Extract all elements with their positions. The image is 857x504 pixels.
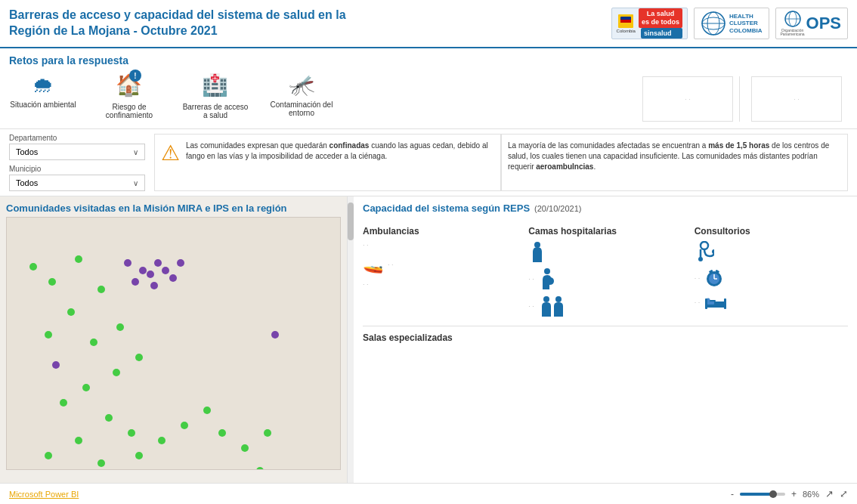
map-dot-green xyxy=(75,255,82,263)
capacity-col-ambulancias: Ambulancias · · 🚤 · · · · xyxy=(363,226,516,317)
consultorios-title: Consultorios xyxy=(695,226,848,237)
boat-icon: 🚤 xyxy=(363,255,383,274)
map-title: Comunidades visitadas en la Misión MIRA … xyxy=(6,203,341,214)
rain-cloud-icon: 🌧 xyxy=(32,73,54,97)
warning-icon: ⚠ xyxy=(161,141,180,165)
header: Barreras de acceso y capacidad del siste… xyxy=(0,0,857,48)
map-dot-purple xyxy=(271,331,279,339)
alert-text-1: Las comunidades expresan que quedarán co… xyxy=(186,141,494,162)
svg-point-8 xyxy=(544,268,550,274)
map-dot-green xyxy=(97,459,105,467)
map-dot-green xyxy=(82,384,90,391)
map-dot-green xyxy=(67,308,75,316)
cluster-text: HEALTHCLUSTERCOLOMBIA xyxy=(729,13,763,35)
map-dot-purple xyxy=(52,361,60,369)
cap-row-stethoscope xyxy=(695,241,848,262)
map-dot-green xyxy=(135,354,143,361)
svg-point-14 xyxy=(698,257,703,261)
aero-loading: · · xyxy=(363,280,369,288)
footer-controls: - + 86% ↗ ⤢ xyxy=(731,488,848,499)
pregnant-loading: · · xyxy=(528,275,534,283)
alarm-loading: · · xyxy=(695,274,701,282)
map-dot-purple xyxy=(154,259,162,267)
lancha-loading: · · xyxy=(388,261,394,268)
logo-sinsalud-text: sinsalud xyxy=(641,28,682,39)
zoom-fill xyxy=(740,493,772,496)
ambulancia-loading: · · xyxy=(363,241,369,249)
reto-ambiental: 🌧 Situación ambiental xyxy=(9,73,77,109)
map-dot-green xyxy=(45,331,52,339)
capacity-col-consultorios: Consultorios · · xyxy=(695,226,848,317)
svg-rect-26 xyxy=(724,298,726,309)
capacity-header: Capacidad del sistema según REPS (20/10/… xyxy=(363,203,848,220)
alarm-icon xyxy=(704,268,724,288)
title-line2: Región de La Mojana - Octubre 2021 xyxy=(9,24,218,37)
share-icon[interactable]: ↗ xyxy=(825,488,834,499)
map-dot-green xyxy=(60,399,67,407)
expand-icon[interactable]: ⤢ xyxy=(840,488,848,499)
logo-health-cluster: HEALTHCLUSTERCOLOMBIA xyxy=(694,8,769,39)
capacity-col-camas: Camas hospitalarias · · xyxy=(528,226,682,317)
departamento-select[interactable]: Todos ∨ xyxy=(9,144,145,160)
bed-loading: · · xyxy=(695,298,701,306)
cap-row-people: · · xyxy=(528,295,682,317)
mosquito-icon: 🦟 xyxy=(289,73,315,97)
powerbi-link[interactable]: Microsoft Power BI xyxy=(9,490,79,499)
reto-acceso: 🏥 Barreras de acceso a salud xyxy=(181,73,249,119)
map-dot-green xyxy=(241,444,249,452)
map-dot-green xyxy=(113,369,120,376)
retos-title: Retos para la respuesta xyxy=(9,54,848,66)
map-dot-green xyxy=(218,429,226,437)
zoom-plus[interactable]: + xyxy=(791,489,797,499)
salas-section: Salas especializadas xyxy=(363,326,848,343)
reto-contaminacion: 🦟 Contaminación del entorno xyxy=(268,73,336,117)
capacity-date: (20/10/2021) xyxy=(534,204,581,213)
map-dot-purple xyxy=(139,267,147,274)
salas-title: Salas especializadas xyxy=(363,332,848,343)
filter-municipio: Municipio Todos ∨ xyxy=(9,165,145,191)
svg-rect-25 xyxy=(705,298,707,309)
cap-row-pregnant: · · xyxy=(528,268,682,289)
map-dot-green xyxy=(116,323,124,331)
map-canvas[interactable] xyxy=(6,217,341,470)
map-dot-green xyxy=(135,452,143,459)
zoom-level: 86% xyxy=(803,490,819,499)
alert-box-1: ⚠ Las comunidades expresan que quedarán … xyxy=(154,134,501,191)
main-content: Retos para la respuesta 🌧 Situación ambi… xyxy=(0,48,857,483)
people-icon xyxy=(539,295,568,317)
pregnant-icon xyxy=(539,268,555,289)
map-dot-green xyxy=(128,429,135,437)
zoom-thumb[interactable] xyxy=(769,490,777,498)
capacity-grid: Ambulancias · · 🚤 · · · · Camas hospital… xyxy=(363,226,848,317)
map-dot-purple xyxy=(169,274,177,282)
capacity-section: Capacidad del sistema según REPS (20/10/… xyxy=(354,196,857,483)
footer-icons: ↗ ⤢ xyxy=(825,488,848,499)
people-loading: · · xyxy=(528,302,534,310)
map-dot-green xyxy=(256,467,264,470)
retos-section: Retos para la respuesta 🌧 Situación ambi… xyxy=(0,48,857,129)
footer: Microsoft Power BI - + 86% ↗ ⤢ xyxy=(0,483,857,504)
municipio-select[interactable]: Todos ∨ xyxy=(9,175,145,191)
ops-logo-text: OPS xyxy=(806,14,841,33)
map-dot-green xyxy=(90,339,97,346)
header-logos: Colombia La salud es de todos sinsalud xyxy=(611,8,848,39)
filters-container: Departamento Todos ∨ Municipio Todos ∨ xyxy=(9,134,145,191)
alert-boxes: ⚠ Las comunidades expresan que quedarán … xyxy=(154,134,848,191)
camas-title: Camas hospitalarias xyxy=(528,226,682,237)
zoom-minus[interactable]: - xyxy=(731,489,734,499)
reto-acceso-label: Barreras de acceso a salud xyxy=(181,103,249,119)
map-dot-green xyxy=(105,414,113,422)
map-section: Comunidades visitadas en la Misión MIRA … xyxy=(0,196,348,483)
map-dot-green xyxy=(181,422,188,429)
title-line1: Barreras de acceso y capacidad del siste… xyxy=(9,8,346,21)
map-dot-purple xyxy=(150,282,158,289)
filter-departamento: Departamento Todos ∨ xyxy=(9,134,145,160)
alert-box-2: La mayoría de las comunidades afectadas … xyxy=(501,134,848,191)
zoom-slider[interactable] xyxy=(740,493,785,496)
scrollbar-track[interactable] xyxy=(348,196,354,483)
svg-point-12 xyxy=(712,249,714,254)
scrollbar-thumb[interactable] xyxy=(348,203,354,240)
municipio-label: Municipio xyxy=(9,165,145,173)
svg-point-11 xyxy=(701,242,708,249)
reto-confinamiento-label: Riesgo de confinamiento xyxy=(95,103,163,119)
